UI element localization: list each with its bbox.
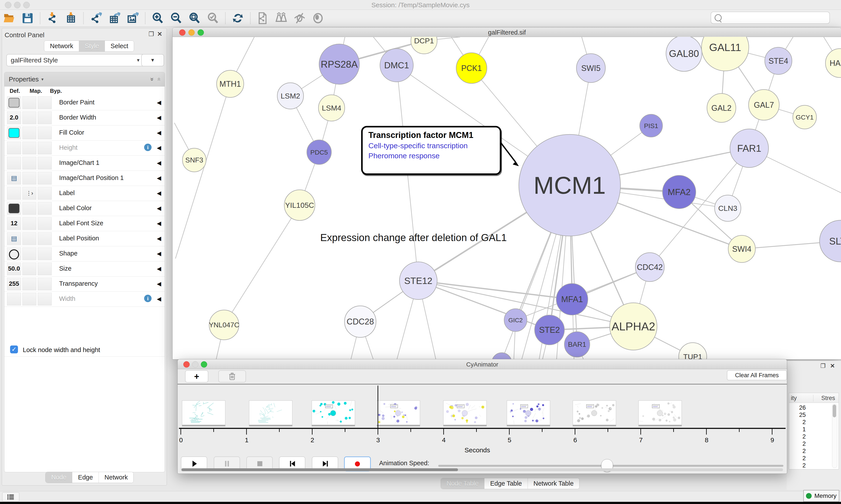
export-image-icon[interactable] xyxy=(126,12,139,25)
network-window-titlebar[interactable]: galFiltered.sif xyxy=(173,28,841,37)
network-edge[interactable] xyxy=(175,84,230,258)
def-cell[interactable] xyxy=(7,247,21,260)
byp-cell[interactable] xyxy=(38,111,52,124)
byp-cell[interactable] xyxy=(38,187,52,200)
memory-button[interactable]: Memory xyxy=(803,490,839,502)
import-table-icon[interactable] xyxy=(65,12,77,25)
map-cell[interactable] xyxy=(22,142,36,154)
import-network-icon[interactable] xyxy=(46,12,59,25)
property-row-border-paint[interactable]: Border Paint ◀ xyxy=(4,95,165,110)
cyanimator-titlebar[interactable]: CyAnimator xyxy=(178,359,787,369)
def-cell[interactable]: 255 xyxy=(7,277,21,290)
frame-thumbnail-4[interactable] xyxy=(443,400,487,425)
map-cell[interactable] xyxy=(22,172,36,184)
zoom-out-icon[interactable] xyxy=(169,12,183,25)
tab-network-table[interactable]: Network Table xyxy=(528,478,579,489)
task-history-button[interactable] xyxy=(2,492,19,502)
def-cell[interactable]: ▤ xyxy=(7,172,21,184)
default-value[interactable]: 2.0 xyxy=(7,112,21,124)
property-row-border-width[interactable]: 2.0 Border Width ◀ xyxy=(4,110,165,125)
map-cell[interactable] xyxy=(22,127,36,139)
show-details-icon[interactable] xyxy=(311,12,325,25)
binoculars-icon[interactable] xyxy=(275,12,288,25)
byp-cell[interactable] xyxy=(38,96,52,109)
timeline-playhead[interactable] xyxy=(378,385,378,429)
expand-row-icon[interactable]: ◀ xyxy=(157,265,161,272)
column-stress[interactable]: Stres xyxy=(813,395,835,401)
hide-details-icon[interactable] xyxy=(293,12,306,25)
tab-network[interactable]: Network xyxy=(44,41,79,51)
info-icon[interactable]: i xyxy=(144,295,151,302)
delete-frame-button[interactable] xyxy=(218,370,246,382)
network-node-botcut[interactable] xyxy=(492,353,512,359)
frame-thumbnail-0[interactable] xyxy=(182,400,225,425)
property-row-width[interactable]: Width i ◀ xyxy=(4,292,165,307)
add-frame-button[interactable]: + xyxy=(185,370,208,382)
def-cell[interactable] xyxy=(7,157,21,169)
tab-network-style[interactable]: Network xyxy=(99,472,133,483)
byp-cell[interactable] xyxy=(38,293,52,305)
frame-thumbnail-1[interactable] xyxy=(249,400,292,425)
clone-network-icon[interactable] xyxy=(256,12,269,25)
frame-thumbnail-5[interactable] xyxy=(507,400,550,425)
byp-cell[interactable] xyxy=(38,263,52,275)
close-panel-icon[interactable]: ✕ xyxy=(157,31,162,38)
save-session-icon[interactable] xyxy=(21,12,34,25)
expand-row-icon[interactable]: ◀ xyxy=(157,220,161,227)
byp-cell[interactable] xyxy=(38,277,52,290)
lock-node-size-row[interactable]: ✓ Lock node width and height xyxy=(4,342,165,357)
map-cell[interactable] xyxy=(22,157,36,169)
byp-cell[interactable] xyxy=(38,217,52,230)
map-cell[interactable] xyxy=(22,96,36,109)
ellipse-shape-icon[interactable] xyxy=(9,249,19,259)
annotation-link-2[interactable]: Pheromone response xyxy=(369,151,498,160)
property-row-image-chart-1[interactable]: Image/Chart 1 ◀ xyxy=(4,156,165,171)
def-cell[interactable] xyxy=(7,187,21,200)
search-box[interactable] xyxy=(711,12,830,24)
expand-row-icon[interactable]: ◀ xyxy=(157,205,161,212)
map-cell[interactable] xyxy=(22,217,36,230)
zoom-in-icon[interactable] xyxy=(151,12,164,25)
properties-header[interactable]: Properties ▾ » » xyxy=(4,72,165,87)
default-value-swatch[interactable] xyxy=(8,128,19,138)
tab-select[interactable]: Select xyxy=(105,41,134,51)
frame-thumbnail-3[interactable] xyxy=(377,400,420,425)
collapse-all-icon[interactable]: » xyxy=(155,77,162,81)
byp-cell[interactable] xyxy=(38,202,52,215)
property-row-height[interactable]: Height i ◀ xyxy=(4,141,165,156)
node-table[interactable]: ity Stres 26252122222 xyxy=(789,393,839,469)
network-annotation-box[interactable]: Transcription factor MCM1 Cell-type-spec… xyxy=(361,126,501,175)
position-icon[interactable]: ▤ xyxy=(7,172,21,184)
map-cell[interactable] xyxy=(22,111,36,124)
def-cell[interactable]: ▤ xyxy=(7,232,21,245)
map-cell[interactable] xyxy=(22,293,36,305)
lock-checkbox[interactable]: ✓ xyxy=(10,345,18,353)
style-options-button[interactable]: ▼ xyxy=(141,54,164,66)
network-text-annotation[interactable]: Expression change after deletion of GAL1 xyxy=(304,232,523,244)
map-cell[interactable] xyxy=(22,277,36,290)
open-session-icon[interactable] xyxy=(3,12,16,25)
def-cell[interactable]: 12 xyxy=(7,217,21,230)
byp-cell[interactable] xyxy=(38,157,52,169)
frame-thumbnail-7[interactable] xyxy=(639,400,682,425)
expand-row-icon[interactable]: ◀ xyxy=(157,250,161,257)
property-row-label-font-size[interactable]: 12 Label Font Size ◀ xyxy=(4,216,165,231)
expand-row-icon[interactable]: ◀ xyxy=(157,129,161,136)
byp-cell[interactable] xyxy=(38,247,52,260)
expand-row-icon[interactable]: ◀ xyxy=(157,190,161,197)
byp-cell[interactable] xyxy=(38,142,52,154)
byp-cell[interactable] xyxy=(38,232,52,245)
table-vertical-scrollbar[interactable] xyxy=(832,404,837,468)
search-input[interactable] xyxy=(724,14,829,21)
def-cell[interactable]: 50.0 xyxy=(7,263,21,275)
property-row-size[interactable]: 50.0 Size ◀ xyxy=(4,262,165,276)
byp-cell[interactable] xyxy=(38,127,52,139)
def-cell[interactable] xyxy=(7,142,21,154)
def-cell[interactable] xyxy=(7,202,21,215)
network-canvas[interactable]: DCP1RPS28ADMC1PCK1MTH1LSM2LSM4SWI5GAL80G… xyxy=(173,37,841,359)
default-value[interactable]: 12 xyxy=(7,217,21,229)
expand-all-icon[interactable]: » xyxy=(149,77,156,81)
info-icon[interactable]: i xyxy=(144,144,151,151)
def-cell[interactable] xyxy=(7,127,21,139)
byp-cell[interactable] xyxy=(38,172,52,184)
